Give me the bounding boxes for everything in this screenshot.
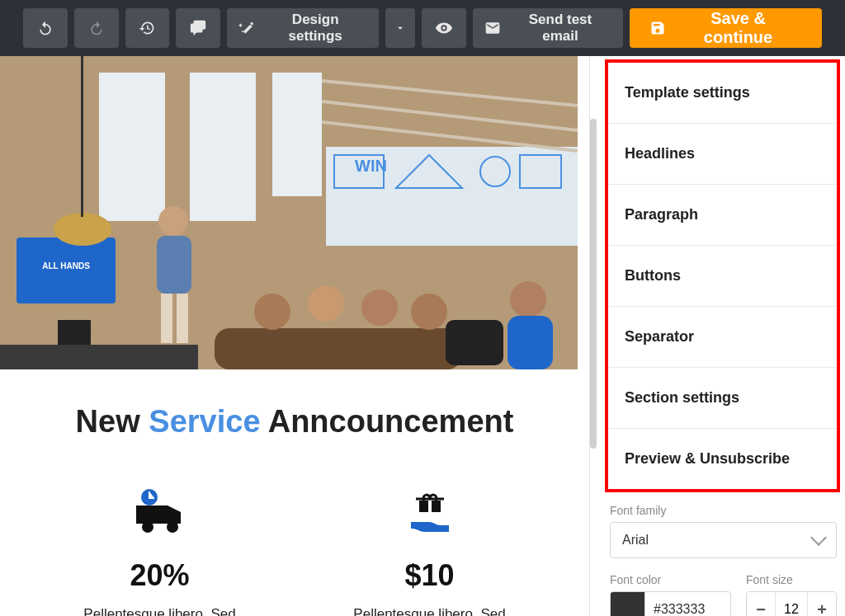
email-icon bbox=[484, 20, 501, 36]
comments-button[interactable] bbox=[176, 8, 220, 48]
font-size-stepper[interactable]: − 12 + bbox=[746, 591, 837, 616]
svg-rect-10 bbox=[17, 237, 116, 303]
undo-icon bbox=[37, 20, 54, 36]
color-swatch[interactable] bbox=[611, 592, 645, 616]
send-test-email-label: Send test email bbox=[509, 12, 611, 45]
svg-point-22 bbox=[308, 285, 344, 322]
design-settings-button[interactable]: Design settings bbox=[227, 8, 379, 48]
font-size-decrement[interactable]: − bbox=[747, 592, 775, 616]
feature-2-sub: Pellentesque libero. Sed bbox=[323, 606, 537, 616]
svg-rect-25 bbox=[446, 320, 503, 365]
redo-button[interactable] bbox=[74, 8, 119, 48]
font-color-label: Font color bbox=[610, 573, 731, 586]
redo-icon bbox=[88, 20, 105, 36]
feature-1-value: 20% bbox=[53, 558, 267, 593]
comments-icon bbox=[189, 19, 207, 37]
feature-2[interactable]: $10 Pellentesque libero. Sed bbox=[323, 489, 537, 616]
svg-rect-2 bbox=[190, 73, 256, 221]
headline-accent: Service bbox=[149, 404, 260, 439]
font-size-label: Font size bbox=[746, 573, 837, 586]
font-family-label: Font family bbox=[610, 504, 837, 517]
svg-rect-17 bbox=[58, 320, 91, 345]
design-settings-dropdown-button[interactable] bbox=[385, 8, 415, 48]
save-continue-label: Save & continue bbox=[674, 9, 802, 47]
tab-buttons[interactable]: Buttons bbox=[608, 246, 837, 307]
save-continue-button[interactable]: Save & continue bbox=[630, 8, 822, 48]
svg-text:WIN: WIN bbox=[355, 157, 387, 175]
gift-hand-icon bbox=[323, 489, 537, 535]
svg-rect-19 bbox=[81, 56, 83, 217]
svg-point-26 bbox=[510, 281, 546, 317]
tab-template-settings[interactable]: Template settings bbox=[608, 63, 837, 124]
email-canvas: WIN ALL HANDS bbox=[0, 56, 589, 616]
send-test-email-button[interactable]: Send test email bbox=[473, 8, 623, 48]
history-button[interactable] bbox=[125, 8, 170, 48]
svg-point-34 bbox=[142, 521, 153, 533]
settings-tabs-panel: Template settings Headlines Paragraph Bu… bbox=[605, 59, 840, 492]
svg-point-12 bbox=[158, 206, 188, 236]
font-family-value: Arial bbox=[622, 533, 649, 548]
font-size-increment[interactable]: + bbox=[808, 592, 836, 616]
truck-icon bbox=[53, 489, 267, 535]
sidebar-scroll-indicator[interactable] bbox=[590, 119, 597, 449]
tab-preview-unsubscribe[interactable]: Preview & Unsubscribe bbox=[608, 429, 837, 489]
main-layout: WIN ALL HANDS bbox=[0, 56, 845, 616]
font-color-field: Font color #333333 bbox=[610, 573, 731, 616]
svg-rect-15 bbox=[177, 294, 188, 343]
feature-1[interactable]: 20% Pellentesque libero. Sed bbox=[53, 489, 267, 616]
right-sidebar: Template settings Headlines Paragraph Bu… bbox=[589, 56, 845, 616]
eye-icon bbox=[435, 19, 453, 37]
svg-point-24 bbox=[411, 294, 447, 330]
feature-1-sub: Pellentesque libero. Sed bbox=[53, 606, 267, 616]
svg-point-35 bbox=[167, 521, 178, 533]
tab-section-settings[interactable]: Section settings bbox=[608, 368, 837, 429]
svg-rect-13 bbox=[157, 236, 191, 294]
features-row: 20% Pellentesque libero. Sed $10 bbox=[0, 489, 589, 616]
svg-rect-14 bbox=[161, 294, 172, 343]
caret-down-icon bbox=[394, 22, 406, 34]
tab-paragraph[interactable]: Paragraph bbox=[608, 185, 837, 246]
svg-rect-1 bbox=[99, 73, 165, 221]
magic-wand-icon bbox=[238, 20, 255, 36]
font-color-size-row: Font color #333333 Font size − 12 + bbox=[610, 573, 837, 616]
svg-rect-20 bbox=[215, 328, 462, 369]
headline-text-part2: Anncouncement bbox=[261, 404, 514, 439]
font-size-field: Font size − 12 + bbox=[746, 573, 837, 616]
font-family-select[interactable]: Arial bbox=[610, 522, 837, 558]
design-settings-label: Design settings bbox=[263, 12, 367, 45]
svg-rect-27 bbox=[507, 316, 553, 369]
email-headline[interactable]: New Service Anncouncement bbox=[8, 404, 581, 440]
font-family-field: Font family Arial bbox=[610, 504, 837, 558]
svg-rect-37 bbox=[428, 501, 432, 512]
hero-image[interactable]: WIN ALL HANDS bbox=[0, 56, 578, 369]
font-color-input[interactable]: #333333 bbox=[610, 591, 731, 616]
svg-point-18 bbox=[54, 213, 111, 246]
svg-point-21 bbox=[254, 294, 290, 330]
tab-separator[interactable]: Separator bbox=[608, 307, 837, 368]
canvas-scroll-area[interactable]: WIN ALL HANDS bbox=[0, 56, 589, 616]
save-icon bbox=[649, 20, 666, 36]
font-size-value: 12 bbox=[775, 592, 808, 616]
svg-rect-16 bbox=[0, 345, 198, 369]
svg-rect-3 bbox=[272, 73, 322, 196]
feature-2-value: $10 bbox=[323, 558, 537, 593]
svg-rect-32 bbox=[136, 505, 168, 524]
svg-text:ALL HANDS: ALL HANDS bbox=[42, 261, 90, 270]
top-toolbar: Design settings Send test email Save & c… bbox=[0, 0, 845, 56]
preview-button[interactable] bbox=[422, 8, 466, 48]
headline-text-part1: New bbox=[76, 404, 149, 439]
svg-point-23 bbox=[361, 289, 398, 326]
history-icon bbox=[139, 20, 155, 36]
font-color-hex[interactable]: #333333 bbox=[645, 592, 730, 616]
chevron-down-icon bbox=[810, 529, 827, 546]
tab-headlines[interactable]: Headlines bbox=[608, 124, 837, 185]
undo-button[interactable] bbox=[23, 8, 68, 48]
svg-marker-33 bbox=[168, 505, 181, 524]
